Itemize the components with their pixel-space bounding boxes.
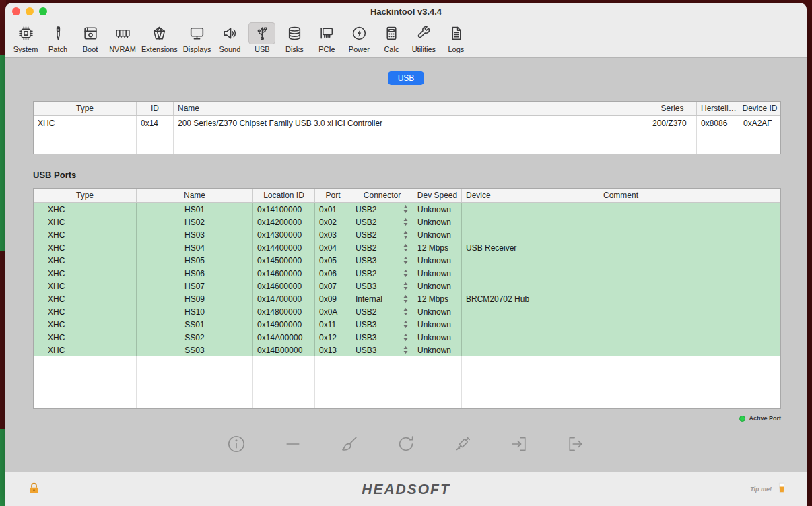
cell-name: HS04 <box>137 241 253 254</box>
patch-icon <box>44 22 71 44</box>
export-button[interactable] <box>564 433 588 457</box>
lock-icon[interactable] <box>27 482 41 499</box>
table-row[interactable]: XHCSS030x14B000000x13USB3Unknown <box>34 344 780 356</box>
connector-stepper-icon[interactable] <box>403 307 409 316</box>
connector-stepper-icon[interactable] <box>403 256 409 265</box>
table-row[interactable]: XHCSS010x149000000x11USB3Unknown <box>34 318 780 331</box>
cell-location-id: 0x14800000 <box>253 305 315 318</box>
toolbar-item-pcie[interactable]: PCIe <box>312 22 341 53</box>
cell-connector[interactable]: USB2 <box>351 216 413 228</box>
connector-stepper-icon[interactable] <box>403 320 409 329</box>
table-row[interactable]: XHCSS020x14A000000x12USB3Unknown <box>34 331 780 344</box>
cell-connector[interactable]: USB3 <box>351 318 413 331</box>
table-row[interactable]: XHCHS030x143000000x03USB2Unknown <box>34 228 780 241</box>
tip-area[interactable]: Tip me! <box>750 472 788 506</box>
column-header-device-id[interactable]: Device ID <box>739 102 780 115</box>
connector-stepper-icon[interactable] <box>403 346 409 354</box>
toolbar-item-label: PCIe <box>318 45 335 53</box>
tab-usb[interactable]: USB <box>388 71 425 85</box>
clean-button[interactable] <box>337 433 362 457</box>
cell-type: XHC <box>34 292 137 305</box>
import-icon <box>509 434 529 456</box>
table-row[interactable]: XHCHS020x142000000x02USB2Unknown <box>34 216 780 228</box>
cell-connector[interactable]: USB3 <box>351 280 413 292</box>
cell-comment <box>599 344 780 356</box>
column-header-name[interactable]: Name <box>137 189 253 202</box>
toolbar-item-system[interactable]: System <box>11 22 40 53</box>
toolbar-item-usb[interactable]: USB <box>247 22 277 53</box>
cell-comment <box>599 267 780 280</box>
connector-stepper-icon[interactable] <box>403 205 409 214</box>
column-header-type[interactable]: Type <box>34 102 137 115</box>
table-row[interactable]: XHCHS060x146000000x06USB2Unknown <box>34 267 780 280</box>
refresh-icon <box>396 434 416 456</box>
toolbar-item-utilities[interactable]: Utilities <box>409 22 438 53</box>
cell-device <box>462 331 599 344</box>
cell-comment <box>599 228 780 241</box>
cell-location-id: 0x14600000 <box>253 267 315 280</box>
connector-stepper-icon[interactable] <box>403 333 409 342</box>
cell-device <box>462 344 599 356</box>
cell-connector[interactable]: USB3 <box>351 344 413 356</box>
connector-stepper-icon[interactable] <box>403 243 409 252</box>
close-button[interactable] <box>12 7 20 15</box>
column-header-name[interactable]: Name <box>174 102 648 115</box>
cell-name: SS02 <box>137 331 253 344</box>
column-header-series[interactable]: Series <box>648 102 697 115</box>
connector-stepper-icon[interactable] <box>403 230 409 239</box>
toolbar-item-sound[interactable]: Sound <box>215 22 244 53</box>
toolbar-item-patch[interactable]: Patch <box>43 22 73 53</box>
cell-connector[interactable]: USB2 <box>351 305 413 318</box>
toolbar-item-boot[interactable]: Boot <box>75 22 105 53</box>
cell-connector[interactable]: USB2 <box>351 228 413 241</box>
toolbar-item-power[interactable]: Power <box>344 22 374 53</box>
column-header-comment[interactable]: Comment <box>599 189 780 202</box>
cell-connector[interactable]: USB3 <box>351 254 413 267</box>
column-header-connector[interactable]: Connector <box>351 189 413 202</box>
cell-dev-speed: Unknown <box>413 318 462 331</box>
connector-stepper-icon[interactable] <box>403 282 409 290</box>
cell-location-id: 0x14400000 <box>253 241 315 254</box>
cell-connector[interactable]: Internal <box>351 292 413 305</box>
table-row[interactable]: XHCHS050x145000000x05USB3Unknown <box>34 254 780 267</box>
cell-connector[interactable]: USB2 <box>351 241 413 254</box>
toolbar-item-logs[interactable]: Logs <box>441 22 471 53</box>
table-row[interactable]: XHC 0x14 200 Series/Z370 Chipset Family … <box>34 116 780 154</box>
connector-stepper-icon[interactable] <box>403 294 409 303</box>
zoom-button[interactable] <box>39 7 47 15</box>
tip-me-label: Tip me! <box>750 486 772 493</box>
cell-connector[interactable]: USB3 <box>351 331 413 344</box>
cell-port: 0x03 <box>315 228 351 241</box>
cell-connector[interactable]: USB2 <box>351 267 413 280</box>
column-header-location-id[interactable]: Location ID <box>253 189 315 202</box>
toolbar-item-displays[interactable]: Displays <box>182 22 213 53</box>
toolbar-item-extensions[interactable]: Extensions <box>140 22 179 53</box>
column-header-vendor-id[interactable]: Herstell… <box>697 102 739 115</box>
column-header-id[interactable]: ID <box>137 102 174 115</box>
toolbar-item-calc[interactable]: Calc <box>376 22 406 53</box>
refresh-button[interactable] <box>394 433 418 457</box>
table-row[interactable]: XHCHS010x141000000x01USB2Unknown <box>34 203 780 216</box>
table-row[interactable]: XHCHS040x144000000x04USB212 MbpsUSB Rece… <box>34 241 780 254</box>
import-button[interactable] <box>507 433 531 457</box>
minimize-button[interactable] <box>26 7 34 15</box>
cell-connector[interactable]: USB2 <box>351 203 413 216</box>
toolbar-item-disks[interactable]: Disks <box>279 22 309 53</box>
cell-name: HS09 <box>137 292 253 305</box>
table-row[interactable]: XHCHS100x148000000x0AUSB2Unknown <box>34 305 780 318</box>
table-row[interactable]: XHCHS090x147000000x09Internal12 MbpsBRCM… <box>34 292 780 305</box>
inject-button[interactable] <box>450 433 475 457</box>
toolbar-item-nvram[interactable]: NVRAM <box>108 22 137 53</box>
table-row[interactable]: XHCHS070x146000000x07USB3Unknown <box>34 280 780 292</box>
connector-stepper-icon[interactable] <box>403 218 409 226</box>
cell-location-id: 0x14A00000 <box>253 331 315 344</box>
column-header-device[interactable]: Device <box>462 189 599 202</box>
column-header-type[interactable]: Type <box>34 189 137 202</box>
usb-ports-table-header: Type Name Location ID Port Connector Dev… <box>34 189 780 203</box>
window-title: Hackintool v3.4.4 <box>370 7 442 17</box>
connector-stepper-icon[interactable] <box>403 269 409 278</box>
remove-button[interactable] <box>281 433 305 457</box>
info-button[interactable] <box>224 433 248 457</box>
column-header-port[interactable]: Port <box>315 189 351 202</box>
column-header-dev-speed[interactable]: Dev Speed <box>413 189 462 202</box>
